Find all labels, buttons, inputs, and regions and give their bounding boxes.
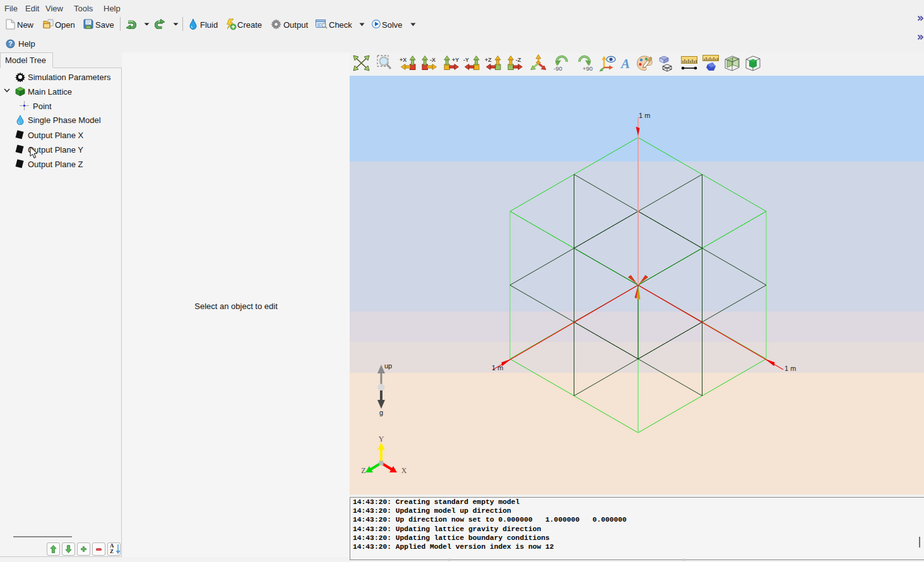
- svg-text:?: ?: [8, 40, 12, 47]
- svg-text:Z: Z: [361, 466, 365, 475]
- svg-text:A: A: [620, 56, 630, 71]
- svg-text:+Z: +Z: [485, 57, 492, 63]
- svg-text:g: g: [379, 409, 383, 416]
- svg-text:+90: +90: [583, 65, 593, 72]
- svg-text:1 m: 1 m: [785, 365, 796, 372]
- svg-text:X: X: [401, 466, 407, 475]
- svg-text:-Y: -Y: [463, 57, 469, 63]
- svg-text:-X: -X: [430, 57, 435, 63]
- svg-text:+X: +X: [400, 57, 406, 63]
- svg-text:1 m: 1 m: [492, 364, 503, 372]
- svg-text:+Y: +Y: [452, 57, 459, 63]
- svg-text:up: up: [384, 362, 392, 370]
- svg-text:-Z: -Z: [516, 57, 521, 63]
- svg-text:-90: -90: [554, 65, 562, 72]
- svg-text:Y: Y: [379, 435, 384, 443]
- svg-text:1 m: 1 m: [639, 112, 650, 119]
